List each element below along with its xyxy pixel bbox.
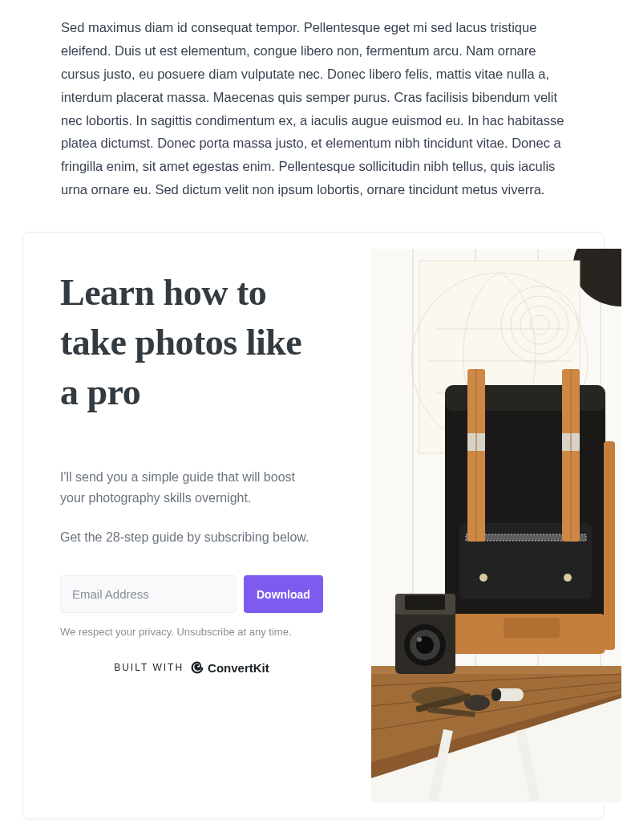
built-with-label: BUILT WITH bbox=[114, 662, 184, 673]
convertkit-logo: ConvertKit bbox=[190, 660, 269, 675]
svg-point-25 bbox=[479, 574, 487, 582]
convertkit-name: ConvertKit bbox=[208, 661, 269, 675]
built-with-badge[interactable]: BUILT WITH ConvertKit bbox=[60, 660, 323, 675]
card-description-2: Get the 28-step guide by subscribing bel… bbox=[60, 527, 323, 548]
email-field[interactable] bbox=[60, 575, 237, 613]
svg-point-26 bbox=[564, 574, 572, 582]
card-description-1: I'll send you a simple guide that will b… bbox=[60, 467, 323, 508]
download-button[interactable]: Download bbox=[244, 575, 323, 613]
intro-paragraph: Sed maximus diam id consequat tempor. Pe… bbox=[61, 16, 566, 201]
signup-form: Download bbox=[60, 575, 323, 613]
svg-rect-20 bbox=[504, 618, 560, 638]
signup-card: Learn how to take photos like a pro I'll… bbox=[22, 232, 605, 819]
svg-point-40 bbox=[417, 637, 422, 642]
svg-rect-36 bbox=[405, 595, 445, 610]
card-content: Learn how to take photos like a pro I'll… bbox=[39, 249, 323, 802]
card-title: Learn how to take photos like a pro bbox=[60, 268, 323, 417]
convertkit-swirl-icon bbox=[190, 660, 204, 675]
card-image-area bbox=[371, 249, 621, 802]
svg-rect-33 bbox=[604, 441, 615, 650]
backpack-photo bbox=[371, 249, 621, 802]
privacy-note: We respect your privacy. Unsubscribe at … bbox=[60, 626, 323, 638]
svg-rect-43 bbox=[491, 688, 501, 701]
